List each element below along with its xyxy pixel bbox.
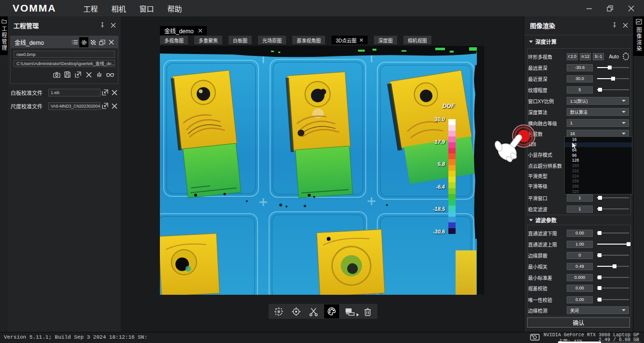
pin-icon[interactable] <box>611 22 617 28</box>
export-icon[interactable] <box>74 69 82 80</box>
slider-handle[interactable] <box>598 196 602 200</box>
close-icon[interactable] <box>85 69 93 80</box>
pin-icon[interactable] <box>99 22 105 28</box>
disparity-check-value[interactable]: 0.00 <box>567 285 593 292</box>
slider-handle[interactable] <box>598 253 601 257</box>
project-row[interactable]: 金线_demo <box>11 36 118 49</box>
tab-multiview[interactable]: 多视角图 <box>160 36 188 44</box>
stable-filter-slider[interactable] <box>597 205 629 213</box>
smooth-window-value[interactable]: 1 <box>567 194 593 202</box>
dropdown-option[interactable]: 32 <box>565 142 632 148</box>
dropdown-option[interactable]: 64 <box>565 147 632 152</box>
ring-n-field[interactable]: n:12 <box>580 53 591 60</box>
whiteboard-calib-field[interactable]: 1.wb <box>48 89 100 96</box>
window-xy-ratio-select[interactable]: 1:1(默认) <box>567 97 629 105</box>
window-layout-icon[interactable] <box>343 305 357 317</box>
uniqueness-check-value[interactable]: 0.00 <box>567 296 593 303</box>
near-depth-slider[interactable] <box>597 75 629 82</box>
close-icon[interactable] <box>198 28 202 33</box>
tab-3d-pointcloud[interactable]: 3D点云图 <box>331 36 368 44</box>
slider-handle[interactable] <box>598 207 602 211</box>
close-icon[interactable] <box>359 38 363 42</box>
passthrough-lower-value[interactable]: 0.00 <box>567 230 593 237</box>
uniqueness-check-slider[interactable] <box>597 296 629 303</box>
ring-b-field[interactable]: b:-1 <box>593 53 604 60</box>
glasses-icon[interactable] <box>106 69 114 80</box>
far-depth-slider[interactable] <box>597 64 629 71</box>
slider-handle[interactable] <box>598 231 601 235</box>
far-depth-value[interactable]: -30.6 <box>567 64 593 71</box>
slider-handle[interactable] <box>598 88 602 92</box>
depth-section-header[interactable]: 深度计算 <box>529 38 557 45</box>
passthrough-upper-value[interactable]: 1.00 <box>567 241 593 248</box>
tab-reference-view[interactable]: 基准视角图 <box>292 36 325 44</box>
camera-icon[interactable] <box>53 69 61 80</box>
tab-camera-view[interactable]: 相机视图 <box>403 36 431 44</box>
dropdown-option[interactable]: 128 <box>565 158 632 163</box>
min-correlation-slider[interactable] <box>597 262 629 270</box>
close-icon[interactable] <box>111 23 116 28</box>
passthrough-upper-slider[interactable] <box>597 240 629 248</box>
close-icon[interactable] <box>110 101 119 111</box>
depth-algorithm-select[interactable]: 默认算法 <box>567 108 629 116</box>
tab-multifocus[interactable]: 多重聚焦 <box>194 36 222 44</box>
scale-calib-field[interactable]: VA6-MND3_CN2023020048... <box>48 102 100 110</box>
save-icon[interactable] <box>63 69 72 80</box>
edge-mask-slider[interactable] <box>597 251 629 259</box>
close-icon[interactable] <box>110 87 119 97</box>
gear-icon[interactable] <box>79 37 88 47</box>
smooth-window-slider[interactable] <box>597 194 629 202</box>
center-target-icon[interactable] <box>289 305 302 317</box>
confirm-button[interactable]: 确认 <box>527 317 630 328</box>
slider-handle[interactable] <box>598 275 601 279</box>
edit-icon[interactable] <box>100 101 110 111</box>
point-cloud-view[interactable] <box>160 46 484 295</box>
palette-icon[interactable] <box>324 304 339 318</box>
edge-detect-select[interactable]: 关闭 <box>567 306 629 314</box>
clone-icon[interactable] <box>98 37 107 47</box>
stable-filter-value[interactable]: 1 <box>567 206 593 213</box>
project-path-field[interactable]: C:\Users\Administrator\Desktop\goertek_金… <box>14 60 115 67</box>
checkerboard-icon[interactable] <box>88 37 98 47</box>
passthrough-lower-slider[interactable] <box>597 229 629 237</box>
raw-file-field[interactable]: raw0.bmp <box>14 51 115 58</box>
slider-handle[interactable] <box>598 298 601 302</box>
tab-lightfield[interactable]: 光场原图 <box>258 36 286 44</box>
minimize-icon[interactable] <box>586 5 592 12</box>
project-panel-rail-tab[interactable]: 工程管理 <box>0 16 8 55</box>
menu-window[interactable]: 窗口 <box>140 3 154 14</box>
edge-mask-value[interactable]: 0 <box>567 252 593 259</box>
auto-label[interactable]: Auto <box>609 54 619 59</box>
render-panel-rail-tab[interactable]: 图像渲染 <box>633 16 644 56</box>
restore-icon[interactable] <box>607 5 614 12</box>
close-icon[interactable] <box>107 37 116 47</box>
slider-handle[interactable] <box>627 242 630 246</box>
near-depth-value[interactable]: 30.0 <box>567 75 593 82</box>
list-icon[interactable] <box>70 37 79 47</box>
menu-camera[interactable]: 相机 <box>112 3 126 14</box>
slider-handle[interactable] <box>598 286 601 290</box>
texture-level-value[interactable]: 5 <box>567 86 593 94</box>
ring-r-field[interactable]: r:2.0 <box>567 53 578 60</box>
texture-level-slider[interactable] <box>597 86 629 94</box>
edit-icon[interactable] <box>100 87 110 97</box>
dropdown-option[interactable]: 96 <box>565 152 632 158</box>
tab-whiteboard[interactable]: 白板图 <box>229 36 252 44</box>
frame-adjust-icon[interactable] <box>272 305 285 317</box>
lateral-fusion-select[interactable]: 1 <box>567 119 629 127</box>
slider-handle[interactable] <box>611 77 615 81</box>
min-correlation-value[interactable]: 0.49 <box>567 263 593 270</box>
close-icon[interactable] <box>628 5 634 12</box>
filter-section-header[interactable]: 滤波参数 <box>529 216 557 224</box>
refresh-spinner-icon[interactable] <box>623 53 629 60</box>
menu-help[interactable]: 帮助 <box>168 3 182 14</box>
close-icon[interactable] <box>623 23 628 28</box>
min-stddev-slider[interactable] <box>597 274 629 281</box>
menu-project[interactable]: 工程 <box>84 3 98 14</box>
document-tab[interactable]: 金线_demo <box>160 26 207 35</box>
tab-depth-map[interactable]: 深度图 <box>374 36 397 44</box>
slider-handle[interactable] <box>613 264 616 268</box>
scissors-icon[interactable] <box>307 305 320 317</box>
broom-icon[interactable] <box>95 69 103 80</box>
slider-handle[interactable] <box>608 66 612 69</box>
